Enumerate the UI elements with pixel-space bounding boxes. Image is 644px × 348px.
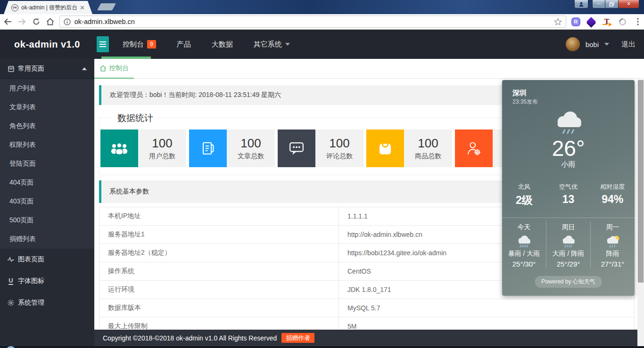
stat-label: 评论总数 xyxy=(326,152,353,161)
weather-widget: 深圳 23:35发布 26° 小雨 北风 2级 空气优 13 xyxy=(502,80,635,296)
nav-item-console[interactable]: 控制台 9 xyxy=(112,30,166,59)
url-text[interactable]: ok-admin.xlbweb.cn xyxy=(74,18,551,25)
air-quality-metric: 空气优 13 xyxy=(546,183,591,208)
sidebar-item-donate-list[interactable]: 捐赠列表 xyxy=(0,230,94,249)
taskbar-strip xyxy=(0,346,644,348)
home-icon xyxy=(46,18,54,25)
article-icon xyxy=(189,129,227,167)
new-tab-button[interactable] xyxy=(97,3,116,10)
address-bar[interactable]: ok-admin.xlbweb.cn xyxy=(59,16,567,28)
rain-cloud-icon xyxy=(502,107,635,136)
sidebar-item-404-page[interactable]: 404页面 xyxy=(0,173,94,192)
user-area: bobi 退出 xyxy=(566,30,636,59)
hamburger-menu-button[interactable] xyxy=(97,36,109,52)
scrollbar-thumb[interactable] xyxy=(638,80,644,283)
tab-title: ok-admin | 很赞的后台模 xyxy=(21,4,77,12)
logout-link[interactable]: 退出 xyxy=(621,40,636,49)
table-row: 数据库版本 MySQL 5.7 xyxy=(99,299,634,317)
sidebar-section-system-management[interactable]: 系统管理 xyxy=(0,292,94,314)
stat-label: 商品总数 xyxy=(415,152,441,161)
divider xyxy=(502,218,635,218)
restore-icon xyxy=(609,2,614,7)
donate-author-button[interactable]: 捐赠作者 xyxy=(281,333,314,343)
shopping-bag-icon xyxy=(366,129,404,167)
nav-item-bigdata[interactable]: 大数据 xyxy=(201,30,243,59)
stat-label: 文章总数 xyxy=(238,152,264,161)
sidebar-item-article-list[interactable]: 文章列表 xyxy=(0,98,94,117)
sidebar: 常用页面 用户列表 文章列表 角色列表 权限列表 登陆页面 404页面 403页… xyxy=(0,59,94,346)
weather-forecast: 今天 暴雨 / 大雨 25°/30° 周日 xyxy=(502,221,635,268)
extension-disabled-icon[interactable] xyxy=(616,16,628,28)
heavy-rain-icon xyxy=(502,235,546,249)
minimize-button[interactable]: — xyxy=(592,0,605,8)
stat-card-articles: 100 文章总数 xyxy=(189,129,275,167)
app-footer: Copyright ©2018-©2018 ok-admin v1.0 All … xyxy=(94,330,637,346)
top-menu: 控制台 9 产品 大数据 其它系统 xyxy=(112,30,300,59)
browser-tab[interactable]: OK ok-admin | 很赞的后台模 ✕ xyxy=(4,1,92,14)
tab-close-icon[interactable]: ✕ xyxy=(80,5,85,11)
username[interactable]: bobi xyxy=(586,40,599,49)
back-icon xyxy=(4,18,12,25)
profile-button[interactable] xyxy=(574,0,588,8)
sidebar-section-common-pages[interactable]: 常用页面 xyxy=(0,59,94,79)
page-info-icon[interactable] xyxy=(64,18,71,25)
forecast-monday: 周一 阵雨 27°/31° xyxy=(590,221,635,268)
screenshot-root: OK ok-admin | 很赞的后台模 ✕ — ✕ xyxy=(0,0,644,348)
weather-city: 深圳 xyxy=(512,89,527,97)
sidebar-item-user-list[interactable]: 用户列表 xyxy=(0,79,94,98)
user-gear-icon xyxy=(455,129,493,167)
underline-u-icon: U xyxy=(8,278,14,284)
sidebar-item-login-page[interactable]: 登陆页面 xyxy=(0,154,94,173)
breadcrumb-tab-console[interactable]: 控制台 xyxy=(94,59,134,79)
browser-titlebar: OK ok-admin | 很赞的后台模 ✕ — ✕ xyxy=(0,0,644,14)
breadcrumb-bar: 控制台 xyxy=(94,59,644,79)
reload-button[interactable] xyxy=(30,16,42,28)
forecast-today: 今天 暴雨 / 大雨 25°/30° xyxy=(502,221,546,268)
weather-published: 23:35发布 xyxy=(512,98,538,106)
humidity-metric: 相对湿度 94% xyxy=(590,183,635,208)
sidebar-section-chart-pages[interactable]: 图表页面 xyxy=(0,249,94,270)
gear-icon xyxy=(8,299,14,306)
sidebar-item-403-page[interactable]: 403页面 xyxy=(0,192,94,211)
chevron-up-icon xyxy=(82,67,87,70)
stat-value: 100 xyxy=(240,136,261,151)
browser-menu-button[interactable] xyxy=(632,16,644,28)
window-controls: — ✕ xyxy=(573,0,639,8)
browser-toolbar: ok-admin.xlbweb.cn R T xyxy=(0,14,644,30)
sidebar-item-permission-list[interactable]: 权限列表 xyxy=(0,136,94,154)
home-button[interactable] xyxy=(44,16,57,28)
nav-item-other-systems[interactable]: 其它系统 xyxy=(243,30,300,59)
rain-icon xyxy=(546,235,590,249)
nav-item-product[interactable]: 产品 xyxy=(166,30,201,59)
back-button[interactable] xyxy=(2,16,14,28)
sidebar-submenu: 用户列表 文章列表 角色列表 权限列表 登陆页面 404页面 403页面 500… xyxy=(0,79,94,249)
forward-button[interactable] xyxy=(16,16,28,28)
users-icon xyxy=(100,129,138,167)
stat-card-comments: 100 评论总数 xyxy=(278,129,363,167)
wind-metric: 北风 2级 xyxy=(502,183,546,208)
kebab-menu-icon xyxy=(637,18,639,25)
weather-condition: 小雨 xyxy=(502,160,635,169)
user-chevron-down-icon[interactable] xyxy=(604,43,609,46)
extension-r-icon[interactable]: R xyxy=(570,16,582,28)
extension-translate-icon[interactable]: T xyxy=(601,16,613,28)
sidebar-item-role-list[interactable]: 角色列表 xyxy=(0,117,94,136)
page-scrollbar[interactable] xyxy=(637,79,644,346)
bookmark-star-icon[interactable] xyxy=(554,18,562,26)
stats-title: 数据统计 xyxy=(113,112,158,124)
favicon-icon: OK xyxy=(11,4,18,11)
app-navbar: ok-admin v1.0 控制台 9 产品 大数据 其它系统 bobi 退出 xyxy=(0,30,644,59)
forward-icon xyxy=(18,18,26,25)
start-orb-icon[interactable] xyxy=(6,346,16,348)
sidebar-item-500-page[interactable]: 500页面 xyxy=(0,211,94,230)
forecast-sunday: 周日 大雨 / 阵雨 25°/29° xyxy=(546,221,590,268)
extension-diamond-icon[interactable] xyxy=(585,16,597,28)
close-button[interactable]: ✕ xyxy=(619,0,639,8)
stat-cards: 100 用户总数 100 文章总数 xyxy=(100,129,541,167)
sidebar-section-font-icons[interactable]: U 字体图标 xyxy=(0,270,94,292)
avatar[interactable] xyxy=(566,37,580,51)
maximize-button[interactable] xyxy=(605,0,619,8)
weather-temperature: 26° xyxy=(502,136,635,161)
reload-icon xyxy=(33,18,40,25)
comment-icon xyxy=(278,129,315,167)
